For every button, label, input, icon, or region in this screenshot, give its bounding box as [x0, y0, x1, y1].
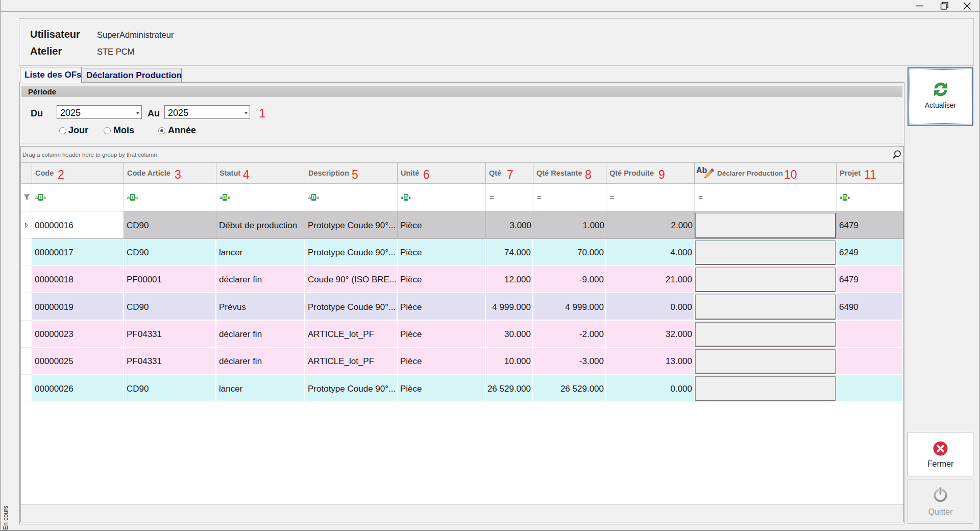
- svg-text:Ab: Ab: [696, 166, 707, 175]
